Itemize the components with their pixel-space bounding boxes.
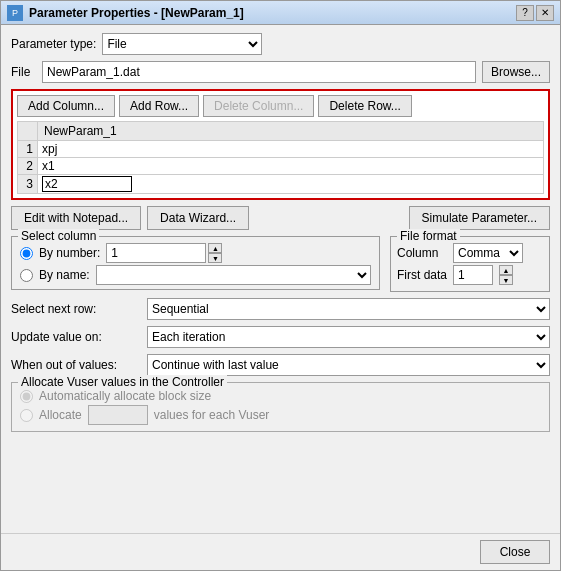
table-row-value[interactable]: xpj xyxy=(38,141,544,158)
by-number-up[interactable]: ▲ xyxy=(208,243,222,253)
options-area: Select column By number: ▲ ▼ xyxy=(11,236,550,292)
by-number-row: By number: ▲ ▼ xyxy=(20,243,371,263)
values-label: values for each Vuser xyxy=(154,408,270,422)
allocate-group: Allocate Vuser values in the Controller … xyxy=(11,382,550,432)
bottom-buttons-row: Edit with Notepad... Data Wizard... Simu… xyxy=(11,206,550,230)
select-column-group: Select column By number: ▲ ▼ xyxy=(11,236,380,290)
update-value-on-select[interactable]: Each iteration Each occurrence Once xyxy=(147,326,550,348)
options-left: Select column By number: ▲ ▼ xyxy=(11,236,380,292)
title-bar-buttons: ? ✕ xyxy=(516,5,554,21)
param-type-row: Parameter type: File xyxy=(11,33,550,55)
file-format-area: File format Column Comma Tab Space First… xyxy=(390,236,550,292)
browse-button[interactable]: Browse... xyxy=(482,61,550,83)
file-format-group: File format Column Comma Tab Space First… xyxy=(390,236,550,292)
add-column-button[interactable]: Add Column... xyxy=(17,95,115,117)
file-format-title: File format xyxy=(397,229,460,243)
file-row: File Browse... xyxy=(11,61,550,83)
add-row-button[interactable]: Add Row... xyxy=(119,95,199,117)
delete-column-button[interactable]: Delete Column... xyxy=(203,95,314,117)
table-row[interactable]: 2x1 xyxy=(18,158,544,175)
delete-row-button[interactable]: Delete Row... xyxy=(318,95,411,117)
by-number-input[interactable] xyxy=(106,243,206,263)
allocate-label: Allocate xyxy=(39,408,82,422)
table-row[interactable]: 1xpj xyxy=(18,141,544,158)
data-table: NewParam_1 1xpj2x13 xyxy=(17,121,544,194)
table-row-value[interactable] xyxy=(38,175,544,194)
update-value-on-label: Update value on: xyxy=(11,330,141,344)
column-format-select[interactable]: Comma Tab Space xyxy=(453,243,523,263)
by-number-radio[interactable] xyxy=(20,247,33,260)
close-title-button[interactable]: ✕ xyxy=(536,5,554,21)
table-row-number: 3 xyxy=(18,175,38,194)
file-label: File xyxy=(11,65,36,79)
by-name-row: By name: xyxy=(20,265,371,285)
allocate-manual-row: Allocate values for each Vuser xyxy=(20,405,541,425)
first-data-spin: ▲ ▼ xyxy=(499,265,513,285)
update-value-on-row: Update value on: Each iteration Each occ… xyxy=(11,326,550,348)
by-number-down[interactable]: ▼ xyxy=(208,253,222,263)
when-out-of-values-row: When out of values: Continue with last v… xyxy=(11,354,550,376)
auto-allocate-row: Automatically allocate block size xyxy=(20,389,541,403)
by-name-label: By name: xyxy=(39,268,90,282)
by-name-radio[interactable] xyxy=(20,269,33,282)
close-button[interactable]: Close xyxy=(480,540,550,564)
window-title: Parameter Properties - [NewParam_1] xyxy=(29,6,516,20)
table-row-num-header xyxy=(18,122,38,141)
when-out-of-values-label: When out of values: xyxy=(11,358,141,372)
first-data-input[interactable] xyxy=(453,265,493,285)
select-next-row-label: Select next row: xyxy=(11,302,141,316)
table-row[interactable]: 3 xyxy=(18,175,544,194)
first-data-label: First data xyxy=(397,268,447,282)
first-data-down[interactable]: ▼ xyxy=(499,275,513,285)
first-data-row: First data ▲ ▼ xyxy=(397,265,543,285)
table-row-value[interactable]: x1 xyxy=(38,158,544,175)
content-area: Parameter type: File File Browse... Add … xyxy=(1,25,560,533)
auto-allocate-radio[interactable] xyxy=(20,390,33,403)
when-out-of-values-select[interactable]: Continue with last value Abort Vuser Cyc… xyxy=(147,354,550,376)
column-format-row: Column Comma Tab Space xyxy=(397,243,543,263)
by-name-select[interactable] xyxy=(96,265,371,285)
param-type-label: Parameter type: xyxy=(11,37,96,51)
table-col-header: NewParam_1 xyxy=(38,122,544,141)
select-next-row-row: Select next row: Sequential Random Uniqu… xyxy=(11,298,550,320)
table-cell-input[interactable] xyxy=(42,176,132,192)
allocate-radio[interactable] xyxy=(20,409,33,422)
table-toolbar: Add Column... Add Row... Delete Column..… xyxy=(17,95,544,117)
main-window: P Parameter Properties - [NewParam_1] ? … xyxy=(0,0,561,571)
footer: Close xyxy=(1,533,560,570)
edit-notepad-button[interactable]: Edit with Notepad... xyxy=(11,206,141,230)
table-area: Add Column... Add Row... Delete Column..… xyxy=(11,89,550,200)
table-row-number: 2 xyxy=(18,158,38,175)
title-bar: P Parameter Properties - [NewParam_1] ? … xyxy=(1,1,560,25)
allocate-title: Allocate Vuser values in the Controller xyxy=(18,375,227,389)
data-wizard-button[interactable]: Data Wizard... xyxy=(147,206,249,230)
column-format-label: Column xyxy=(397,246,447,260)
auto-allocate-label: Automatically allocate block size xyxy=(39,389,211,403)
by-number-label: By number: xyxy=(39,246,100,260)
by-number-input-row: ▲ ▼ xyxy=(106,243,222,263)
file-input[interactable] xyxy=(42,61,476,83)
by-number-spin: ▲ ▼ xyxy=(208,243,222,263)
allocate-input[interactable] xyxy=(88,405,148,425)
help-button[interactable]: ? xyxy=(516,5,534,21)
select-next-row-select[interactable]: Sequential Random Unique xyxy=(147,298,550,320)
table-row-number: 1 xyxy=(18,141,38,158)
param-type-select[interactable]: File xyxy=(102,33,262,55)
window-icon: P xyxy=(7,5,23,21)
select-column-title: Select column xyxy=(18,229,99,243)
first-data-up[interactable]: ▲ xyxy=(499,265,513,275)
simulate-parameter-button[interactable]: Simulate Parameter... xyxy=(409,206,550,230)
